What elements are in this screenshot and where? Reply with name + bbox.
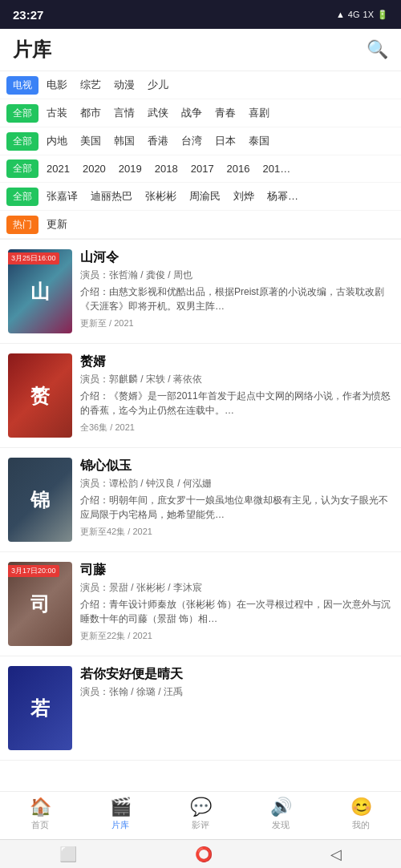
- filter-item-thailand[interactable]: 泰国: [244, 131, 274, 151]
- show-info-3: 锦心似玉 演员：谭松韵 / 钟汉良 / 何泓姗 介绍：明朝年间，庶女罗十一娘虽地…: [80, 458, 393, 542]
- system-nav: ⬜ ⭕ ◁: [0, 839, 401, 868]
- filter-item-youth[interactable]: 青春: [210, 103, 241, 123]
- filter-section: 电视 电影 综艺 动漫 少儿 全部 古装 都市 言情 武侠 战争 青春 喜剧 全…: [0, 71, 401, 240]
- filter-row-sort: 热门 更新: [0, 211, 401, 239]
- show-info-2: 赘婿 演员：郭麒麟 / 宋轶 / 蒋依依 介绍：《赘婿》是一部2011年首发于起…: [80, 353, 393, 438]
- filter-item-ancient[interactable]: 古装: [42, 103, 72, 123]
- filter-item-comedy[interactable]: 喜剧: [244, 103, 274, 123]
- filter-tag-genre[interactable]: 全部: [6, 104, 38, 123]
- filter-item-2015plus[interactable]: 201…: [258, 160, 296, 177]
- show-desc-2: 介绍：《赘婿》是一部2011年首发于起点中文网的网络小说，作者为愤怒的香蕉，迄今…: [80, 389, 393, 418]
- nav-review[interactable]: 💬 影评: [176, 797, 225, 831]
- poster-1: 山 3月25日16:00: [8, 249, 72, 333]
- network-type-icon: 1X: [363, 10, 374, 19]
- filter-item-us[interactable]: 美国: [75, 131, 106, 151]
- filter-tag-type[interactable]: 电视: [6, 76, 38, 95]
- show-update-4: 更新至22集 / 2021: [80, 630, 393, 642]
- filter-item-actor-yang[interactable]: 杨幂…: [262, 187, 303, 206]
- show-info-1: 山河令 演员：张哲瀚 / 龚俊 / 周也 介绍：由慈文影视和优酷出品，根据Pre…: [80, 249, 393, 333]
- nav-library[interactable]: 🎬 片库: [96, 797, 144, 831]
- list-item[interactable]: 司 3月17日20:00 司藤 演员：景甜 / 张彬彬 / 李沐宸 介绍：青年设…: [0, 552, 401, 656]
- nav-review-label: 影评: [192, 819, 209, 831]
- filter-row-type: 电视 电影 综艺 动漫 少儿: [0, 71, 401, 99]
- search-button[interactable]: 🔍: [367, 39, 388, 60]
- show-cast-3: 演员：谭松韵 / 钟汉良 / 何泓姗: [80, 477, 393, 491]
- show-desc-1: 介绍：由慈文影视和优酷出品，根据Preist原著的小说改编，古装耽改剧《天涯客》…: [80, 285, 393, 313]
- nav-discover-label: 发现: [272, 819, 290, 831]
- list-item[interactable]: 赘 赘婿 演员：郭麒麟 / 宋轶 / 蒋依依 介绍：《赘婿》是一部2011年首发…: [0, 344, 401, 448]
- bottom-nav: 🏠 首页 🎬 片库 💬 影评 🔊 发现 😊 我的: [0, 791, 401, 839]
- show-cast-1: 演员：张哲瀚 / 龚俊 / 周也: [80, 268, 393, 282]
- status-bar: 23:27 ▲ 4G 1X 🔋: [0, 0, 401, 29]
- discover-icon: 🔊: [270, 797, 292, 818]
- status-icons: ▲ 4G 1X 🔋: [336, 10, 388, 20]
- list-item[interactable]: 锦 锦心似玉 演员：谭松韵 / 钟汉良 / 何泓姗 介绍：明朝年间，庶女罗十一娘…: [0, 448, 401, 552]
- filter-item-actor-dilraba[interactable]: 迪丽热巴: [86, 187, 137, 206]
- nav-home[interactable]: 🏠 首页: [16, 797, 64, 831]
- filter-item-2021[interactable]: 2021: [42, 160, 75, 177]
- show-update-1: 更新至 / 2021: [80, 317, 393, 329]
- show-title-2: 赘婿: [80, 353, 393, 370]
- filter-item-war[interactable]: 战争: [176, 103, 207, 123]
- show-desc-3: 介绍：明朝年间，庶女罗十一娘虽地位卑微却极有主见，认为女子眼光不应局限于内宅格局…: [80, 493, 393, 522]
- nav-library-label: 片库: [111, 819, 129, 831]
- filter-tag-region[interactable]: 全部: [6, 132, 38, 151]
- filter-tag-actor[interactable]: 全部: [6, 188, 38, 206]
- filter-tag-hot[interactable]: 热门: [6, 216, 38, 234]
- poster-5: 若: [8, 666, 72, 750]
- show-title-3: 锦心似玉: [80, 458, 393, 474]
- poster-image-2: 赘: [8, 353, 72, 438]
- poster-label-4: 3月17日20:00: [8, 565, 59, 577]
- filter-item-anime[interactable]: 动漫: [109, 75, 140, 95]
- nav-discover[interactable]: 🔊 发现: [257, 797, 305, 831]
- show-desc-4: 介绍：青年设计师秦放（张彬彬 饰）在一次寻根过程中，因一次意外与沉睡数十年的司藤…: [80, 597, 393, 626]
- filter-item-movie[interactable]: 电影: [42, 75, 72, 95]
- filter-item-hk[interactable]: 香港: [143, 131, 173, 151]
- show-update-3: 更新至42集 / 2021: [80, 526, 393, 538]
- filter-item-urban[interactable]: 都市: [75, 103, 106, 123]
- filter-tag-year[interactable]: 全部: [6, 159, 38, 178]
- filter-item-korea[interactable]: 韩国: [109, 131, 140, 151]
- filter-item-variety[interactable]: 综艺: [75, 75, 106, 95]
- page-title: 片库: [13, 37, 51, 63]
- filter-row-region: 全部 内地 美国 韩国 香港 台湾 日本 泰国: [0, 127, 401, 155]
- filter-item-wuxia[interactable]: 武侠: [143, 103, 173, 123]
- show-cast-2: 演员：郭麒麟 / 宋轶 / 蒋依依: [80, 373, 393, 386]
- filter-item-actor-liu[interactable]: 刘烨: [229, 187, 259, 206]
- mine-icon: 😊: [350, 797, 372, 818]
- filter-item-2020[interactable]: 2020: [78, 160, 111, 177]
- filter-item-2017[interactable]: 2017: [186, 160, 219, 177]
- show-update-2: 全36集 / 2021: [80, 422, 393, 434]
- status-time: 23:27: [13, 8, 43, 22]
- show-cast-4: 演员：景甜 / 张彬彬 / 李沐宸: [80, 581, 393, 595]
- filter-item-2016[interactable]: 2016: [222, 160, 255, 177]
- sys-square-button[interactable]: ⬜: [59, 846, 77, 863]
- list-item[interactable]: 若 若你安好便是晴天 演员：张翰 / 徐璐 / 汪禹: [0, 656, 401, 761]
- filter-item-mainland[interactable]: 内地: [42, 131, 72, 151]
- filter-item-romance[interactable]: 言情: [109, 103, 140, 123]
- content-list: 山 3月25日16:00 山河令 演员：张哲瀚 / 龚俊 / 周也 介绍：由慈文…: [0, 240, 401, 868]
- filter-item-taiwan[interactable]: 台湾: [176, 131, 207, 151]
- poster-image-5: 若: [8, 666, 72, 750]
- filter-item-actor-zhang[interactable]: 张嘉译: [42, 187, 83, 206]
- show-title-4: 司藤: [80, 562, 393, 579]
- filter-row-genre: 全部 古装 都市 言情 武侠 战争 青春 喜剧: [0, 99, 401, 127]
- list-item[interactable]: 山 3月25日16:00 山河令 演员：张哲瀚 / 龚俊 / 周也 介绍：由慈文…: [0, 240, 401, 344]
- poster-3: 锦: [8, 458, 72, 542]
- filter-item-actor-zhangbb[interactable]: 张彬彬: [140, 187, 181, 206]
- filter-item-japan[interactable]: 日本: [210, 131, 241, 151]
- show-title-1: 山河令: [80, 249, 393, 266]
- sys-circle-button[interactable]: ⭕: [195, 846, 213, 863]
- battery-icon: 🔋: [377, 10, 388, 20]
- top-bar: 片库 🔍: [0, 29, 401, 71]
- filter-item-2018[interactable]: 2018: [150, 160, 183, 177]
- nav-mine-label: 我的: [352, 819, 370, 831]
- filter-item-kids[interactable]: 少儿: [143, 75, 173, 95]
- filter-item-new[interactable]: 更新: [42, 215, 72, 234]
- poster-image-3: 锦: [8, 458, 72, 542]
- filter-item-actor-zhou[interactable]: 周渝民: [184, 187, 225, 206]
- filter-item-2019[interactable]: 2019: [114, 160, 147, 177]
- show-info-4: 司藤 演员：景甜 / 张彬彬 / 李沐宸 介绍：青年设计师秦放（张彬彬 饰）在一…: [80, 562, 393, 646]
- nav-mine[interactable]: 😊 我的: [337, 797, 385, 831]
- sys-triangle-button[interactable]: ◁: [330, 846, 342, 863]
